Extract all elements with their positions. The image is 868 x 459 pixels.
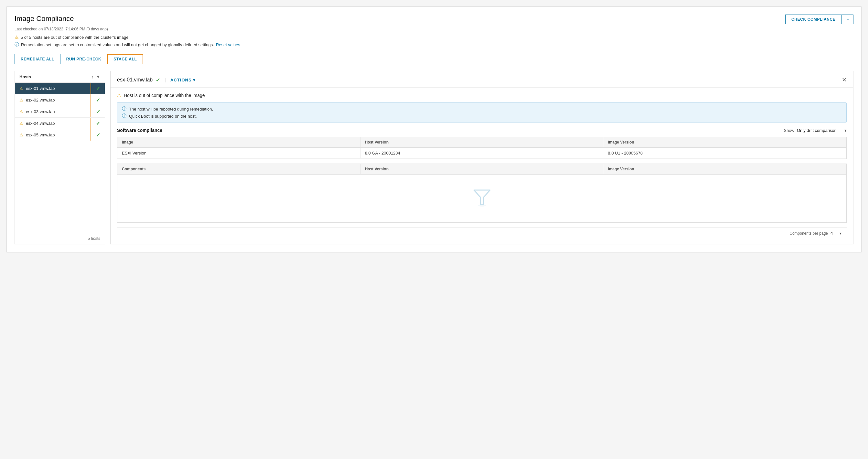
info-icon-reboot: ⓘ: [122, 106, 126, 112]
host-name-esx03: esx-03.vmw.lab: [26, 109, 89, 114]
info-box-row-reboot: ⓘ The host will be rebooted during remed…: [122, 106, 842, 112]
stage-check-esx05[interactable]: ✔: [91, 129, 105, 141]
filter-icon[interactable]: ▼: [96, 74, 100, 79]
actions-chevron-down-icon: ▾: [193, 78, 195, 83]
host-row-esx05[interactable]: ⚠ esx-05.vmw.lab ✔: [15, 129, 105, 141]
detail-panel: esx-01.vmw.lab ✔ | ACTIONS ▾ ✕ ⚠ Host is…: [110, 71, 854, 244]
action-buttons-group: REMEDIATE ALL RUN PRE-CHECK STAGE ALL: [14, 54, 854, 64]
components-table: Components Host Version Image Version: [117, 163, 847, 223]
info-text-reboot: The host will be rebooted during remedia…: [129, 107, 213, 112]
remediate-all-button[interactable]: REMEDIATE ALL: [14, 54, 60, 64]
header-actions: CHECK COMPLIANCE ···: [785, 14, 854, 24]
header-row: Image Compliance CHECK COMPLIANCE ···: [14, 14, 854, 24]
actions-label: ACTIONS: [170, 78, 192, 83]
components-col-header: Components: [117, 164, 361, 174]
alert-remediation-text: Remediation settings are set to customiz…: [21, 42, 214, 47]
reset-values-link[interactable]: Reset values: [216, 42, 240, 47]
warning-icon: ⚠: [14, 35, 19, 40]
stage-check-esx04[interactable]: ✔: [91, 118, 105, 129]
info-icon-quickboot: ⓘ: [122, 113, 126, 119]
image-cell-host-ver: 8.0 GA - 20001234: [361, 148, 603, 158]
more-options-button[interactable]: ···: [841, 14, 854, 24]
svg-marker-0: [474, 190, 490, 204]
info-text-quickboot: Quick Boot is supported on the host.: [129, 114, 197, 119]
sort-icon[interactable]: ↑: [92, 74, 94, 79]
empty-filter-icon: [472, 187, 492, 207]
host-row-esx01[interactable]: ⚠ esx-01.vmw.lab ✔: [15, 83, 105, 94]
detail-host-name: esx-01.vmw.lab: [117, 77, 153, 83]
per-page-select[interactable]: 4: [831, 231, 837, 236]
hosts-out-of-compliance-alert: ⚠ 5 of 5 hosts are out of compliance wit…: [14, 35, 854, 40]
alert-hosts-text: 5 of 5 hosts are out of compliance with …: [21, 35, 128, 40]
host-warn-icon-esx01: ⚠: [20, 86, 23, 91]
info-box-row-quickboot: ⓘ Quick Boot is supported on the host.: [122, 113, 842, 119]
host-name-esx01: esx-01.vmw.lab: [26, 86, 89, 91]
hosts-panel: Hosts ↑ ▼ ⚠ esx-01.vmw.lab ✔ ⚠ esx-02.vm…: [14, 71, 105, 244]
per-page-chevron-icon: ▾: [840, 231, 841, 236]
remediation-alert: ⓘ Remediation settings are set to custom…: [14, 42, 854, 48]
hosts-label: Hosts: [20, 74, 31, 79]
stage-check-icon-esx03: ✔: [96, 109, 100, 115]
header-divider: |: [164, 77, 166, 83]
close-button[interactable]: ✕: [842, 76, 847, 83]
image-table-row-1: ESXi Version 8.0 GA - 20001234 8.0 U1 - …: [117, 148, 846, 159]
host-warn-icon-esx02: ⚠: [20, 98, 23, 102]
host-warn-icon-esx03: ⚠: [20, 109, 23, 114]
info-box: ⓘ The host will be rebooted during remed…: [117, 102, 847, 123]
compliance-warn-icon: ⚠: [117, 93, 121, 98]
image-cell-name: ESXi Version: [117, 148, 361, 158]
detail-body: ⚠ Host is out of compliance with the ima…: [111, 88, 853, 244]
drift-filter-select[interactable]: Only drift comparison: [797, 128, 842, 133]
show-label: Show: [784, 128, 794, 133]
host-warn-icon-esx05: ⚠: [20, 132, 23, 137]
stage-all-button[interactable]: STAGE ALL: [107, 54, 143, 64]
app-container: Image Compliance CHECK COMPLIANCE ··· La…: [6, 6, 862, 252]
software-compliance-title: Software compliance: [117, 128, 162, 133]
stage-check-icon-esx02: ✔: [96, 97, 100, 103]
host-version-col-header: Host Version: [361, 137, 603, 147]
image-cell-image-ver: 8.0 U1 - 20005678: [603, 148, 846, 158]
compliance-alert: ⚠ Host is out of compliance with the ima…: [117, 93, 847, 98]
hosts-footer: 5 hosts: [15, 233, 105, 244]
hosts-panel-header: Hosts ↑ ▼: [15, 71, 105, 83]
main-content: Hosts ↑ ▼ ⚠ esx-01.vmw.lab ✔ ⚠ esx-02.vm…: [14, 71, 854, 244]
stage-check-icon-esx05: ✔: [96, 132, 100, 138]
detail-header: esx-01.vmw.lab ✔ | ACTIONS ▾ ✕: [111, 71, 853, 88]
svg-point-1: [478, 205, 486, 207]
image-table-header: Image Host Version Image Version: [117, 137, 846, 148]
actions-button[interactable]: ACTIONS ▾: [170, 78, 195, 83]
stage-check-esx03[interactable]: ✔: [91, 106, 105, 117]
stage-check-esx02[interactable]: ✔: [91, 94, 105, 106]
select-chevron-down-icon: ▾: [844, 128, 847, 133]
detail-check-icon: ✔: [156, 77, 160, 83]
hosts-count: 5 hosts: [88, 236, 100, 241]
compliance-status-text: Host is out of compliance with the image: [124, 93, 205, 98]
host-name-esx02: esx-02.vmw.lab: [26, 98, 89, 102]
components-table-header: Components Host Version Image Version: [117, 164, 846, 175]
host-row-esx03[interactable]: ⚠ esx-03.vmw.lab ✔: [15, 106, 105, 118]
image-col-header: Image: [117, 137, 361, 147]
components-footer: Components per page 4 ▾: [117, 227, 847, 239]
stage-check-esx01[interactable]: ✔: [91, 83, 105, 94]
per-page-label: Components per page: [789, 231, 828, 236]
info-icon-remediation: ⓘ: [14, 42, 19, 48]
stage-check-icon-esx01: ✔: [96, 85, 100, 91]
comp-image-version-col-header: Image Version: [603, 164, 846, 174]
host-row-esx02[interactable]: ⚠ esx-02.vmw.lab ✔: [15, 94, 105, 106]
empty-filter-state: [117, 175, 846, 222]
comp-host-version-col-header: Host Version: [361, 164, 603, 174]
page-title: Image Compliance: [14, 14, 74, 23]
host-name-esx05: esx-05.vmw.lab: [26, 132, 89, 137]
software-compliance-header: Software compliance Show Only drift comp…: [117, 128, 847, 133]
last-checked-text: Last checked on 07/13/2022, 7:14:06 PM (…: [14, 27, 854, 31]
check-compliance-button[interactable]: CHECK COMPLIANCE: [785, 14, 841, 24]
image-table: Image Host Version Image Version ESXi Ve…: [117, 137, 847, 159]
stage-check-icon-esx04: ✔: [96, 120, 100, 126]
host-name-esx04: esx-04.vmw.lab: [26, 121, 89, 126]
host-warn-icon-esx04: ⚠: [20, 121, 23, 126]
host-row-esx04[interactable]: ⚠ esx-04.vmw.lab ✔: [15, 118, 105, 129]
hosts-header-icons: ↑ ▼: [92, 74, 100, 79]
show-filter-wrapper: Show Only drift comparison ▾: [784, 128, 847, 133]
image-version-col-header: Image Version: [603, 137, 846, 147]
run-pre-check-button[interactable]: RUN PRE-CHECK: [60, 54, 107, 64]
